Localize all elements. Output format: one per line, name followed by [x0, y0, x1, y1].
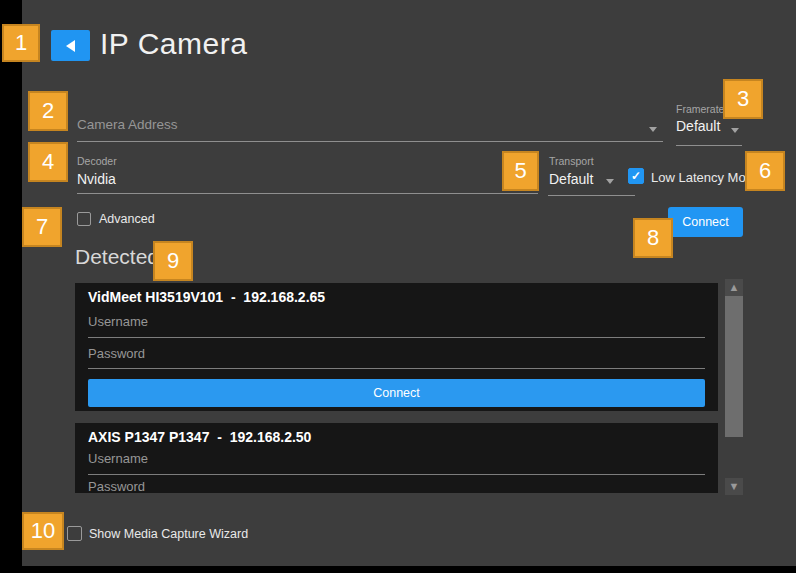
camera-address-dropdown-icon[interactable] — [649, 127, 657, 132]
camera-password-input[interactable] — [88, 478, 703, 493]
username-underline — [88, 474, 705, 475]
decoder-select[interactable]: Nvidia — [77, 171, 116, 187]
annotation-badge-10: 10 — [22, 512, 64, 550]
username-underline — [88, 337, 705, 338]
back-arrow-icon — [66, 40, 75, 52]
transport-underline — [548, 195, 635, 196]
advanced-label: Advanced — [99, 212, 155, 226]
detected-camera-item: AXIS P1347 P1347 - 192.168.2.50 — [75, 423, 718, 493]
annotation-badge-4: 4 — [28, 142, 68, 182]
annotation-badge-7: 7 — [22, 207, 62, 247]
show-wizard-checkbox[interactable] — [67, 526, 82, 541]
camera-address-input[interactable] — [77, 112, 637, 136]
advanced-checkbox[interactable] — [77, 212, 91, 226]
decoder-underline — [77, 193, 538, 194]
camera-title: VidMeet HI3519V101 - 192.168.2.65 — [88, 289, 325, 305]
low-latency-checkbox[interactable] — [628, 168, 644, 184]
low-latency-label: Low Latency Mode — [651, 170, 760, 185]
transport-dropdown-icon[interactable] — [606, 179, 614, 184]
framerate-label: Framerate — [676, 103, 724, 115]
transport-select[interactable]: Default — [549, 171, 593, 187]
annotation-badge-8: 8 — [633, 218, 673, 258]
back-button[interactable] — [51, 30, 90, 61]
transport-label: Transport — [549, 155, 594, 167]
detected-camera-item: VidMeet HI3519V101 - 192.168.2.65 Connec… — [75, 283, 718, 411]
left-border — [0, 0, 22, 573]
decoder-label: Decoder — [77, 155, 117, 167]
connect-button[interactable]: Connect — [668, 207, 743, 237]
framerate-dropdown-icon[interactable] — [731, 128, 739, 133]
detected-camera-list: VidMeet HI3519V101 - 192.168.2.65 Connec… — [75, 283, 718, 493]
page-title: IP Camera — [100, 27, 247, 61]
scroll-down-icon[interactable]: ▼ — [725, 478, 743, 495]
scrollbar-thumb[interactable] — [725, 296, 743, 437]
annotation-badge-6: 6 — [745, 151, 785, 191]
bottom-border — [0, 566, 796, 573]
annotation-badge-3: 3 — [723, 79, 763, 119]
camera-title: AXIS P1347 P1347 - 192.168.2.50 — [88, 429, 311, 445]
framerate-underline — [676, 145, 742, 146]
camera-username-input[interactable] — [88, 313, 703, 330]
detected-heading: Detected — [75, 245, 159, 269]
annotation-badge-9: 9 — [153, 241, 193, 281]
annotation-badge-1: 1 — [2, 24, 40, 62]
password-underline — [88, 368, 705, 369]
show-wizard-label: Show Media Capture Wizard — [89, 527, 248, 541]
camera-address-underline — [77, 141, 663, 142]
scroll-up-icon[interactable]: ▲ — [725, 279, 743, 296]
list-scrollbar[interactable]: ▲ ▼ — [725, 279, 743, 495]
camera-password-input[interactable] — [88, 345, 703, 362]
annotation-badge-5: 5 — [502, 151, 539, 191]
annotation-badge-2: 2 — [28, 91, 68, 131]
camera-username-input[interactable] — [88, 450, 703, 467]
ip-camera-dialog: IP Camera Framerate Default Decoder Nvid… — [0, 0, 796, 573]
camera-connect-button[interactable]: Connect — [88, 379, 705, 407]
framerate-select[interactable]: Default — [676, 118, 720, 134]
